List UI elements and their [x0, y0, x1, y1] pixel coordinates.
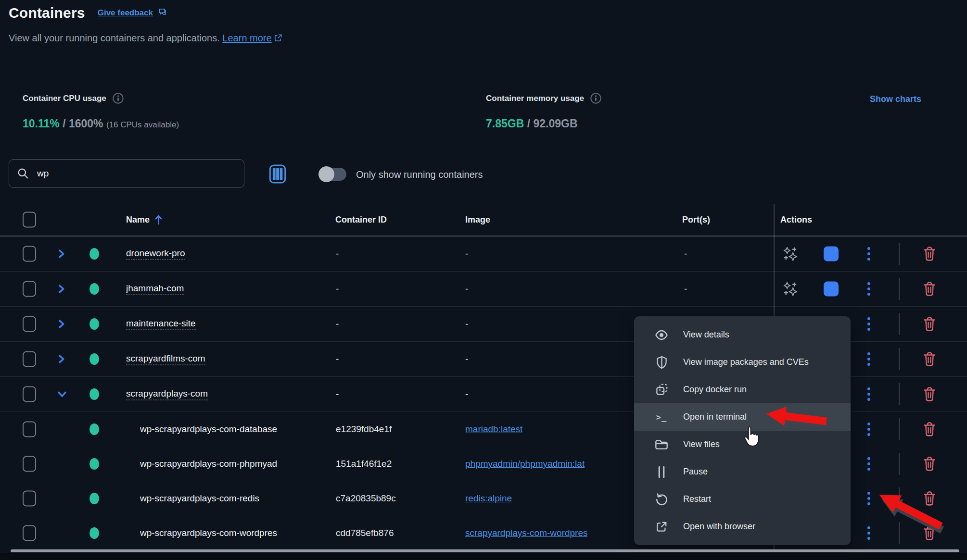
row-checkbox[interactable] — [23, 281, 36, 297]
chevron-right-icon[interactable] — [57, 284, 65, 294]
status-running-dot — [89, 283, 99, 295]
status-running-dot — [89, 248, 99, 260]
info-icon[interactable] — [112, 92, 124, 104]
container-id-cell: c7a20835b89c — [336, 493, 396, 504]
delete-trash-icon[interactable] — [922, 246, 937, 262]
chevron-right-icon[interactable] — [57, 249, 65, 259]
memory-usage-label: Container memory usage — [486, 92, 602, 104]
container-name: wp-scrapyardplays-com-database — [140, 424, 277, 435]
image-link[interactable]: mariadb:latest — [465, 424, 522, 435]
row-actions-menu-button[interactable] — [865, 524, 872, 542]
pause-icon — [654, 466, 669, 478]
row-actions-menu-button[interactable] — [865, 245, 872, 262]
cpu-usage-label: Container CPU usage — [23, 92, 124, 104]
image-cell: - — [465, 249, 468, 259]
hand-cursor — [742, 426, 759, 447]
container-id-cell: - — [336, 284, 339, 294]
menu-item-view-details[interactable]: View details — [634, 321, 851, 348]
actions-divider — [899, 348, 900, 370]
row-checkbox[interactable] — [23, 491, 36, 507]
info-icon[interactable] — [590, 92, 602, 104]
menu-item-copy-docker-run[interactable]: Copy docker run — [634, 376, 851, 403]
columns-settings-button[interactable] — [267, 163, 288, 185]
status-running-dot — [89, 423, 99, 435]
eye-icon — [654, 329, 669, 341]
status-running-dot — [89, 458, 99, 470]
row-actions-menu-button[interactable] — [865, 280, 872, 298]
actions-divider — [899, 418, 900, 440]
learn-more-link[interactable]: Learn more — [222, 33, 282, 43]
row-actions-menu-button[interactable] — [865, 315, 872, 333]
only-running-toggle[interactable] — [319, 168, 346, 181]
delete-trash-icon[interactable] — [922, 316, 937, 332]
chevron-down-icon[interactable] — [57, 390, 67, 398]
delete-trash-icon[interactable] — [922, 421, 937, 437]
container-name-link[interactable]: maintenance-site — [126, 318, 196, 330]
menu-item-view-image-packages-and-cves[interactable]: View image packages and CVEs — [634, 348, 851, 376]
image-link[interactable]: phpmyadmin/phpmyadmin:lat — [465, 459, 585, 469]
status-running-dot — [89, 318, 99, 330]
row-checkbox[interactable] — [23, 246, 36, 262]
column-header-ports: Port(s) — [682, 215, 710, 225]
search-icon — [17, 167, 29, 180]
image-cell: - — [465, 354, 468, 364]
row-checkbox[interactable] — [23, 351, 36, 367]
column-header-name[interactable]: Name — [126, 214, 163, 225]
horizontal-scrollbar[interactable] — [11, 549, 959, 552]
give-feedback-link[interactable]: Give feedback — [98, 7, 167, 19]
column-header-container-id: Container ID — [335, 215, 387, 225]
container-name-link[interactable]: scrapyardplays-com — [126, 388, 208, 400]
menu-item-restart[interactable]: Restart — [634, 485, 851, 513]
row-actions-menu-button[interactable] — [865, 350, 872, 368]
containers-page: Containers Give feedback View all your r… — [0, 0, 967, 560]
page-subtitle: View all your running containers and app… — [9, 33, 282, 45]
column-header-image: Image — [465, 215, 490, 225]
row-checkbox[interactable] — [23, 316, 36, 332]
menu-item-open-with-browser[interactable]: Open with browser — [634, 513, 851, 540]
chevron-right-icon[interactable] — [57, 319, 65, 329]
container-name-link[interactable]: scrapyardfilms-com — [126, 353, 205, 365]
column-header-actions: Actions — [780, 215, 812, 225]
delete-trash-icon[interactable] — [922, 456, 937, 472]
row-actions-menu-button[interactable] — [865, 386, 872, 403]
ask-ai-sparkles-icon[interactable] — [783, 282, 798, 296]
image-link[interactable]: redis:alpine — [465, 493, 512, 504]
search-input[interactable] — [37, 168, 236, 179]
delete-trash-icon[interactable] — [922, 490, 937, 507]
copy-icon — [654, 383, 669, 396]
row-checkbox[interactable] — [23, 386, 36, 402]
table-header: Name Container ID Image Port(s) Actions — [0, 204, 967, 236]
container-name-link[interactable]: dronework-pro — [126, 248, 185, 260]
row-checkbox[interactable] — [23, 456, 36, 472]
image-cell: - — [465, 319, 468, 329]
actions-divider — [899, 383, 900, 405]
container-name-link[interactable]: jhammah-com — [126, 283, 184, 295]
stop-button[interactable] — [824, 282, 839, 297]
table-row: jhammah-com--- — [0, 272, 967, 307]
feedback-icon — [158, 7, 167, 19]
show-charts-link[interactable]: Show charts — [870, 94, 921, 104]
ask-ai-sparkles-icon[interactable] — [783, 247, 798, 261]
container-id-cell: 151a1f46f1e2 — [336, 459, 392, 469]
row-actions-menu-button[interactable] — [865, 455, 872, 473]
actions-divider — [899, 522, 900, 544]
restart-icon — [654, 493, 669, 506]
chevron-right-icon[interactable] — [57, 354, 65, 364]
image-link[interactable]: scrapyardplays-com-wordpres — [465, 528, 587, 538]
stop-button[interactable] — [824, 247, 839, 261]
status-running-dot — [89, 388, 99, 400]
delete-trash-icon[interactable] — [922, 351, 937, 367]
image-cell: - — [465, 284, 468, 294]
row-actions-menu-button[interactable] — [865, 490, 872, 507]
delete-trash-icon[interactable] — [922, 281, 937, 297]
delete-trash-icon[interactable] — [922, 386, 937, 402]
container-id-cell: - — [336, 249, 339, 259]
row-actions-menu-button[interactable] — [865, 421, 872, 438]
menu-item-pause[interactable]: Pause — [634, 458, 851, 485]
table-row: dronework-pro--- — [0, 236, 967, 272]
search-box[interactable] — [9, 159, 244, 188]
select-all-checkbox[interactable] — [23, 212, 36, 228]
external-link-icon — [654, 521, 669, 533]
row-checkbox[interactable] — [23, 422, 36, 437]
row-checkbox[interactable] — [23, 525, 36, 541]
